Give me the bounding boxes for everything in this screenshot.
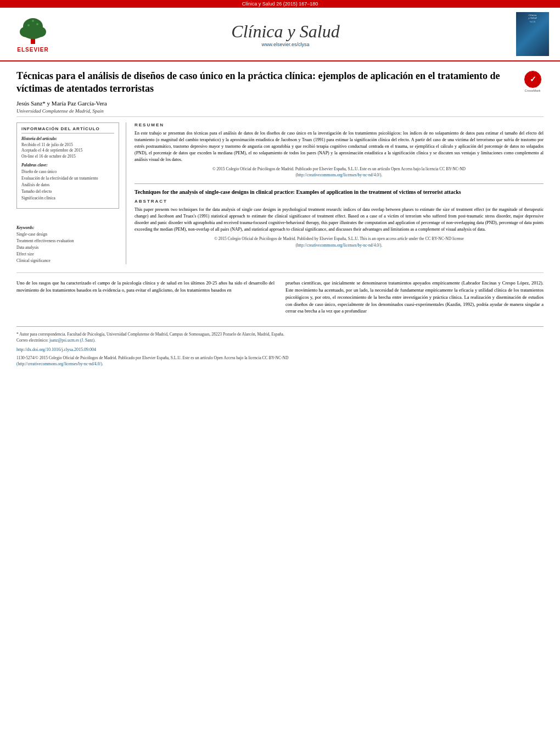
main-left-col: Uno de los rasgos que ha caracterizado e… bbox=[16, 280, 275, 318]
keyword-en-2: Treatment effectiveness evaluation bbox=[16, 238, 119, 244]
journal-website[interactable]: www.elsevier.es/clysa bbox=[60, 42, 511, 47]
footnote-email-label: Correo electrónico: bbox=[16, 338, 48, 343]
journal-header: ELSEVIER Clínica y Salud www.elsevier.es… bbox=[0, 8, 560, 62]
abstract-text: This paper presents two techniques for t… bbox=[135, 207, 544, 248]
crossmark[interactable]: ✓ CrossMark bbox=[522, 70, 544, 114]
elsevier-text: ELSEVIER bbox=[17, 47, 48, 53]
journal-cover-thumbnail: Clínicay Salud Vol 26 bbox=[516, 12, 549, 56]
info-box-title: INFORMACIÓN DEL ARTÍCULO bbox=[21, 126, 114, 133]
volume-info: Clínica y Salud 26 (2015) 167–180 bbox=[0, 0, 560, 8]
footer-license-link[interactable]: (http://creativecommons.org/licenses/by-… bbox=[16, 361, 103, 366]
svg-point-7 bbox=[32, 20, 34, 22]
keyword-en-1: Single-case design bbox=[16, 231, 119, 238]
keyword-4: Tamaño del efecto bbox=[21, 188, 114, 195]
keyword-3: Análisis de datos bbox=[21, 182, 114, 188]
right-column: RESUMEN En este trabajo se presentan dos… bbox=[135, 122, 544, 265]
article-title: Técnicas para el análisis de diseños de … bbox=[16, 70, 513, 96]
abstract-license-link[interactable]: (http://creativecommons.org/licenses/by-… bbox=[296, 243, 383, 248]
two-col-layout: INFORMACIÓN DEL ARTÍCULO Historia del ar… bbox=[16, 122, 544, 265]
main-left-para: Uno de los rasgos que ha caracterizado e… bbox=[16, 280, 275, 294]
footnote-email-link[interactable]: jsanz@psi.ucm.es (J. Sanz). bbox=[49, 338, 96, 343]
footnote-star-text: * Autor para correspondencia. Facultad d… bbox=[16, 332, 284, 337]
main-article-body: Uno de los rasgos que ha caracterizado e… bbox=[16, 272, 544, 318]
resumen-header: RESUMEN bbox=[135, 122, 544, 127]
main-two-col: Uno de los rasgos que ha caracterizado e… bbox=[16, 280, 544, 318]
keyword-5: Significación clínica bbox=[21, 195, 114, 202]
keywords-en-label: Keywords: bbox=[16, 225, 119, 230]
svg-text:✓: ✓ bbox=[529, 75, 536, 83]
journal-title-center: Clínica y Salud www.elsevier.es/clysa bbox=[60, 21, 511, 47]
svg-point-4 bbox=[24, 30, 42, 39]
abstract-copyright: © 2015 Colegio Oficial de Psicólogos de … bbox=[135, 236, 544, 248]
elsevier-logo: ELSEVIER bbox=[11, 15, 55, 53]
keyword-2: Evaluación de la efectividad de un trata… bbox=[21, 175, 114, 182]
main-right-para: pruebas científicas, que inicialmente se… bbox=[285, 280, 544, 315]
recibido: Recibido el 11 de julio de 2015 bbox=[21, 142, 114, 148]
keyword-en-4: Effect size bbox=[16, 251, 119, 258]
article-title-section: Técnicas para el análisis de diseños de … bbox=[16, 70, 544, 117]
historia-label: Historia del artículo: bbox=[21, 136, 114, 141]
resumen-text: En este trabajo se presentan dos técnica… bbox=[135, 130, 544, 178]
doi-link[interactable]: http://dx.doi.org/10.1016/j.clysa.2015.0… bbox=[16, 347, 96, 352]
keyword-en-5: Clinical significance bbox=[16, 258, 119, 264]
resumen-license-link[interactable]: (http://creativecommons.org/licenses/by-… bbox=[296, 172, 383, 177]
article-body: Técnicas para el análisis de diseños de … bbox=[0, 62, 560, 378]
article-institution: Universidad Complutense de Madrid, Spain bbox=[16, 108, 513, 114]
online: On-line el 16 de octubre de 2015 bbox=[21, 154, 114, 160]
abstract-header: ABSTRACT bbox=[135, 199, 544, 204]
history-section: Historia del artículo: Recibido el 11 de… bbox=[21, 136, 114, 160]
footer-copyright: 1130-5274/© 2015 Colegio Oficial de Psic… bbox=[16, 355, 544, 361]
keyword-en-3: Data analysis bbox=[16, 244, 119, 251]
article-authors: Jesús Sanz* y María Paz García-Vera bbox=[16, 100, 513, 107]
palabras-clave-label: Palabras clave: bbox=[21, 163, 114, 168]
article-info-box: INFORMACIÓN DEL ARTÍCULO Historia del ar… bbox=[16, 122, 119, 209]
footer-license: (http://creativecommons.org/licenses/by-… bbox=[16, 361, 544, 367]
footnote-email: Correo electrónico: jsanz@psi.ucm.es (J.… bbox=[16, 337, 544, 343]
keywords-es-section: Palabras clave: Diseño de caso único Eva… bbox=[21, 163, 114, 202]
svg-point-5 bbox=[27, 24, 30, 26]
keywords-es-list: Diseño de caso único Evaluación de la ef… bbox=[21, 169, 114, 202]
footnote-area: * Autor para correspondencia. Facultad d… bbox=[16, 326, 544, 367]
article-title-text: Técnicas para el análisis de diseños de … bbox=[16, 70, 513, 114]
english-title: Techniques for the analysis of single-ca… bbox=[135, 183, 544, 196]
english-keywords-section: Keywords: Single-case design Treatment e… bbox=[16, 225, 119, 264]
footer-copyright-text: 1130-5274/© 2015 Colegio Oficial de Psic… bbox=[16, 355, 288, 360]
left-column: INFORMACIÓN DEL ARTÍCULO Historia del ar… bbox=[16, 122, 126, 265]
footnote-author: * Autor para correspondencia. Facultad d… bbox=[16, 331, 544, 337]
main-right-col: pruebas científicas, que inicialmente se… bbox=[285, 280, 544, 318]
keyword-1: Diseño de caso único bbox=[21, 169, 114, 175]
doi-line[interactable]: http://dx.doi.org/10.1016/j.clysa.2015.0… bbox=[16, 347, 544, 353]
journal-name: Clínica y Salud bbox=[60, 21, 511, 42]
keywords-en-list: Single-case design Treatment effectivene… bbox=[16, 231, 119, 264]
svg-point-6 bbox=[36, 23, 38, 25]
aceptado: Aceptado el 4 de septiembre de 2015 bbox=[21, 148, 114, 154]
resumen-copyright: © 2015 Colegio Oficial de Psicólogos de … bbox=[135, 166, 544, 178]
